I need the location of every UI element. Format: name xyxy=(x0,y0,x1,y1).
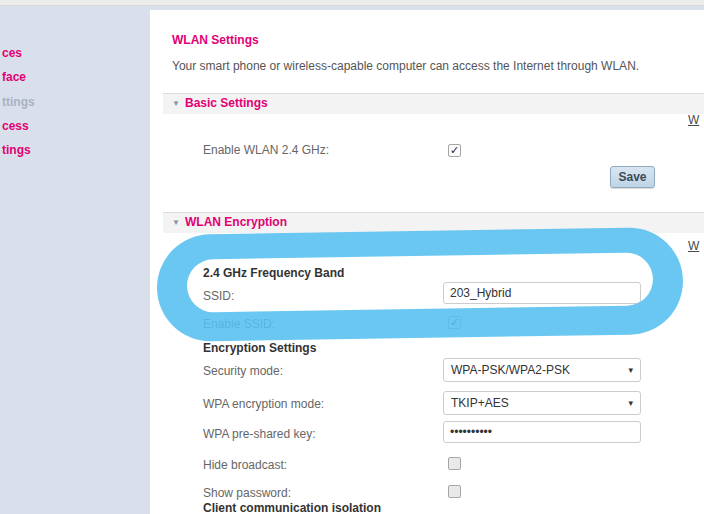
encryption-settings-heading: Encryption Settings xyxy=(203,341,316,355)
ssid-input[interactable] xyxy=(443,282,641,304)
check-icon: ✓ xyxy=(450,144,459,156)
sidebar-item-wlan-settings-current[interactable]: ttings xyxy=(2,95,35,109)
basic-help-link[interactable]: W xyxy=(688,113,699,127)
sidebar-item-interface[interactable]: face xyxy=(2,70,26,84)
security-mode-select[interactable]: WPA-PSK/WPA2-PSK ▾ xyxy=(443,358,641,382)
ssid-label: SSID: xyxy=(203,289,234,303)
wpa-encryption-mode-select[interactable]: TKIP+AES ▾ xyxy=(443,391,641,415)
client-isolation-heading: Client communication isolation xyxy=(203,501,381,514)
sidebar-item-devices[interactable]: ces xyxy=(2,46,22,60)
sidebar-item-settings[interactable]: tings xyxy=(2,143,31,157)
dropdown-arrow-icon: ▾ xyxy=(628,392,633,414)
enable-ssid-checkbox[interactable]: ✓ xyxy=(448,316,461,329)
collapse-triangle-icon[interactable]: ▼ xyxy=(172,99,180,108)
page-title: WLAN Settings xyxy=(172,33,259,47)
check-icon: ✓ xyxy=(450,316,459,328)
wpa-preshared-key-label: WPA pre-shared key: xyxy=(203,427,316,441)
enable-wlan-label: Enable WLAN 2.4 GHz: xyxy=(203,143,329,157)
wpa-encryption-mode-label: WPA encryption mode: xyxy=(203,397,324,411)
encryption-help-link[interactable]: W xyxy=(688,239,699,253)
dropdown-arrow-icon: ▾ xyxy=(628,359,633,381)
sidebar-item-access[interactable]: cess xyxy=(2,119,29,133)
collapse-triangle-icon[interactable]: ▼ xyxy=(172,218,180,227)
enable-ssid-label: Enable SSID: xyxy=(203,317,275,331)
wpa-preshared-key-input[interactable] xyxy=(443,421,641,443)
security-mode-label: Security mode: xyxy=(203,364,283,378)
wlan-encryption-title[interactable]: WLAN Encryption xyxy=(185,212,287,232)
enable-wlan-checkbox[interactable]: ✓ xyxy=(448,144,461,157)
save-button[interactable]: Save xyxy=(610,166,655,188)
show-password-checkbox[interactable] xyxy=(448,485,461,498)
page-description: Your smart phone or wireless-capable com… xyxy=(172,59,639,73)
hide-broadcast-checkbox[interactable] xyxy=(448,457,461,470)
security-mode-value: WPA-PSK/WPA2-PSK xyxy=(451,363,570,377)
show-password-label: Show password: xyxy=(203,486,291,500)
router-admin-page: ces face ttings cess tings WLAN Settings… xyxy=(0,0,704,514)
frequency-band-heading: 2.4 GHz Frequency Band xyxy=(203,266,344,280)
wpa-encryption-mode-value: TKIP+AES xyxy=(451,396,509,410)
hide-broadcast-label: Hide broadcast: xyxy=(203,458,287,472)
basic-settings-title[interactable]: Basic Settings xyxy=(185,93,268,113)
